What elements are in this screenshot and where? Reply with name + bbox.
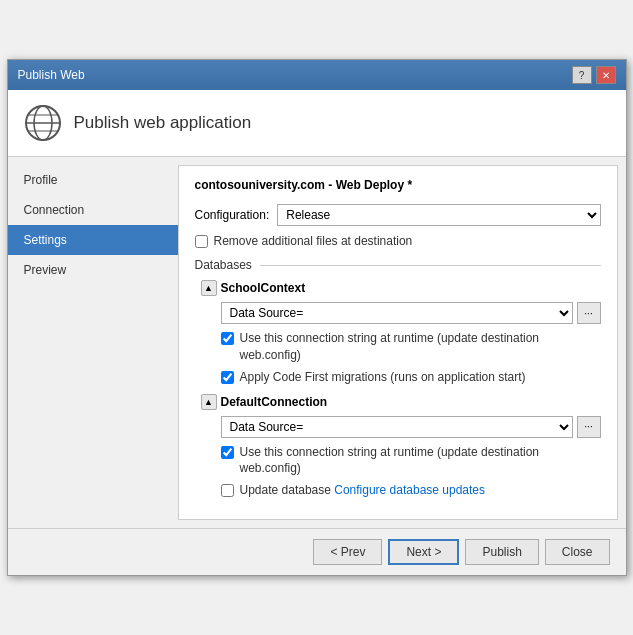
- main-content: contosouniversity.com - Web Deploy * Con…: [178, 165, 618, 520]
- dialog-title: Publish Web: [18, 68, 85, 82]
- default-connection-cb1-label: Use this connection string at runtime (u…: [240, 444, 601, 478]
- footer: < Prev Next > Publish Close: [8, 528, 626, 575]
- school-context-cb1[interactable]: [221, 332, 234, 345]
- default-connection-db-row: Data Source= ···: [221, 416, 601, 438]
- default-connection-cb2-row: Update database Configure database updat…: [221, 482, 601, 499]
- title-bar: Publish Web ? ✕: [8, 60, 626, 90]
- databases-label: Databases: [195, 258, 601, 272]
- school-context-content: Data Source= ··· Use this connection str…: [221, 302, 601, 385]
- school-context-section: ▲ SchoolContext Data Source= ···: [201, 280, 601, 385]
- remove-files-checkbox[interactable]: [195, 235, 208, 248]
- default-connection-select-wrapper: Data Source=: [221, 416, 573, 438]
- publish-web-dialog: Publish Web ? ✕ Publish web application …: [7, 59, 627, 576]
- databases-section: Databases: [195, 258, 601, 272]
- default-connection-cb2-label: Update database Configure database updat…: [240, 482, 486, 499]
- publish-button[interactable]: Publish: [465, 539, 538, 565]
- header-section: Publish web application: [8, 90, 626, 157]
- school-context-title: SchoolContext: [221, 281, 306, 295]
- default-connection-section: ▲ DefaultConnection Data Source= ···: [201, 394, 601, 499]
- configuration-select[interactable]: Debug Release: [277, 204, 600, 226]
- sidebar-item-settings[interactable]: Settings: [8, 225, 178, 255]
- content-area: Profile Connection Settings Preview cont…: [8, 157, 626, 528]
- deploy-title: contosouniversity.com - Web Deploy *: [195, 178, 601, 192]
- sidebar-item-profile[interactable]: Profile: [8, 165, 178, 195]
- sidebar-item-preview[interactable]: Preview: [8, 255, 178, 285]
- school-context-cb1-row: Use this connection string at runtime (u…: [221, 330, 601, 364]
- close-title-button[interactable]: ✕: [596, 66, 616, 84]
- header-title: Publish web application: [74, 113, 252, 133]
- default-connection-cb1-row: Use this connection string at runtime (u…: [221, 444, 601, 478]
- default-connection-title: DefaultConnection: [221, 395, 328, 409]
- default-connection-content: Data Source= ··· Use this connection str…: [221, 416, 601, 499]
- school-context-db-row: Data Source= ···: [221, 302, 601, 324]
- school-context-cb2-label: Apply Code First migrations (runs on app…: [240, 369, 526, 386]
- school-context-header: ▲ SchoolContext: [201, 280, 601, 296]
- close-button[interactable]: Close: [545, 539, 610, 565]
- school-context-cb2-row: Apply Code First migrations (runs on app…: [221, 369, 601, 386]
- default-connection-header: ▲ DefaultConnection: [201, 394, 601, 410]
- configuration-row: Configuration: Debug Release: [195, 204, 601, 226]
- school-context-cb2[interactable]: [221, 371, 234, 384]
- sidebar: Profile Connection Settings Preview: [8, 157, 178, 528]
- remove-files-label: Remove additional files at destination: [214, 234, 413, 248]
- default-connection-browse-btn[interactable]: ···: [577, 416, 601, 438]
- school-context-select-wrapper: Data Source=: [221, 302, 573, 324]
- configuration-label: Configuration:: [195, 208, 270, 222]
- school-context-collapse[interactable]: ▲: [201, 280, 217, 296]
- globe-icon: [24, 104, 62, 142]
- school-context-select[interactable]: Data Source=: [221, 302, 573, 324]
- default-connection-cb2[interactable]: [221, 484, 234, 497]
- title-bar-controls: ? ✕: [572, 66, 616, 84]
- default-connection-collapse[interactable]: ▲: [201, 394, 217, 410]
- sidebar-item-connection[interactable]: Connection: [8, 195, 178, 225]
- prev-button[interactable]: < Prev: [313, 539, 382, 565]
- configuration-select-wrapper: Debug Release: [277, 204, 600, 226]
- default-connection-cb1[interactable]: [221, 446, 234, 459]
- default-connection-select[interactable]: Data Source=: [221, 416, 573, 438]
- remove-files-row: Remove additional files at destination: [195, 234, 601, 248]
- help-button[interactable]: ?: [572, 66, 592, 84]
- school-context-cb1-label: Use this connection string at runtime (u…: [240, 330, 601, 364]
- school-context-browse-btn[interactable]: ···: [577, 302, 601, 324]
- configure-db-link[interactable]: Configure database updates: [334, 483, 485, 497]
- next-button[interactable]: Next >: [388, 539, 459, 565]
